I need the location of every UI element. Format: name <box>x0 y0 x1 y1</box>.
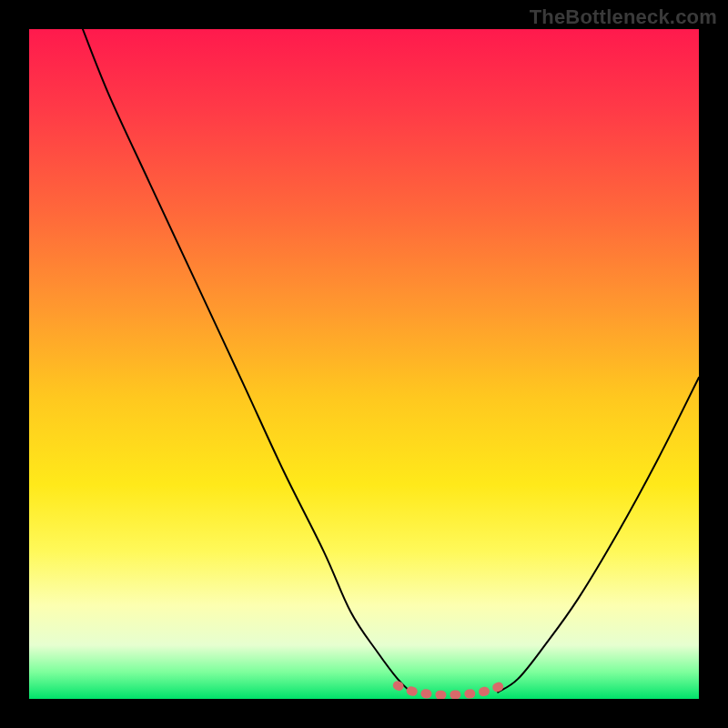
flat-region-marker <box>398 684 505 695</box>
watermark-text: TheBottleneck.com <box>530 5 717 29</box>
chart-frame: TheBottleneck.com <box>0 0 728 728</box>
left-curve <box>83 29 411 693</box>
right-curve <box>498 378 699 693</box>
curve-layer <box>29 29 699 699</box>
plot-area <box>29 29 699 699</box>
